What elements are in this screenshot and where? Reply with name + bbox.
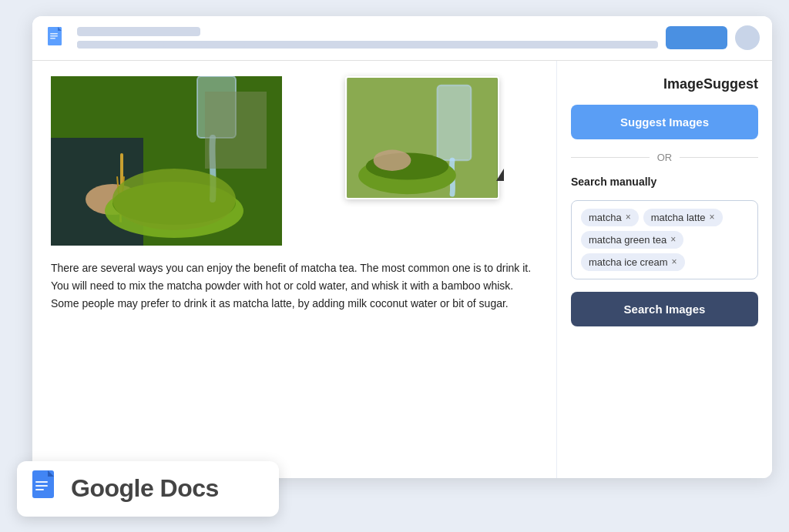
cursor-arrow bbox=[496, 169, 504, 181]
tab-placeholder-3 bbox=[163, 41, 202, 49]
svg-rect-17 bbox=[438, 85, 472, 160]
tab-placeholder-4 bbox=[206, 41, 245, 49]
svg-rect-4 bbox=[50, 38, 55, 39]
tag-matcha-remove[interactable]: × bbox=[626, 212, 631, 223]
tag-matcha[interactable]: matcha × bbox=[581, 209, 639, 226]
gdocs-toolbar-icon bbox=[45, 25, 69, 50]
toolbar bbox=[32, 16, 772, 61]
tag-matcha-ice-cream-remove[interactable]: × bbox=[672, 256, 677, 267]
google-docs-label: Google Docs bbox=[71, 474, 219, 503]
svg-rect-23 bbox=[35, 485, 48, 487]
matcha-image-svg bbox=[51, 76, 282, 246]
matcha-main-image bbox=[51, 76, 282, 246]
search-manually-label: Search manually bbox=[571, 176, 758, 188]
or-divider: OR bbox=[571, 152, 758, 163]
sidebar-title: ImageSuggest bbox=[571, 76, 758, 92]
svg-rect-9 bbox=[120, 153, 123, 215]
tag-matcha-green-tea[interactable]: matcha green tea × bbox=[581, 231, 683, 249]
google-docs-badge: Google Docs bbox=[17, 461, 279, 517]
toolbar-placeholders bbox=[77, 27, 658, 49]
svg-rect-3 bbox=[50, 35, 58, 37]
tabs-placeholder bbox=[77, 41, 658, 49]
tab-placeholder-2 bbox=[120, 41, 159, 49]
main-card: There are several ways you can enjoy the… bbox=[32, 16, 772, 478]
body-split: There are several ways you can enjoy the… bbox=[32, 61, 772, 478]
google-docs-regular: Google bbox=[71, 474, 160, 502]
user-avatar[interactable] bbox=[735, 25, 760, 50]
title-placeholder bbox=[77, 27, 200, 36]
sidebar: ImageSuggest Suggest Images OR Search ma… bbox=[556, 61, 772, 478]
svg-rect-2 bbox=[50, 33, 58, 35]
google-docs-bold: Docs bbox=[160, 474, 219, 502]
doc-area: There are several ways you can enjoy the… bbox=[32, 61, 556, 478]
matcha-secondary-image bbox=[345, 76, 499, 199]
tag-matcha-latte-remove[interactable]: × bbox=[709, 212, 714, 223]
svg-rect-22 bbox=[35, 481, 48, 483]
svg-rect-15 bbox=[205, 92, 267, 169]
svg-rect-24 bbox=[35, 489, 44, 490]
toolbar-action-btn[interactable] bbox=[666, 26, 727, 49]
search-images-button[interactable]: Search Images bbox=[571, 292, 758, 326]
suggest-images-button[interactable]: Suggest Images bbox=[571, 105, 758, 139]
google-docs-badge-icon bbox=[31, 470, 60, 507]
svg-point-12 bbox=[105, 184, 243, 238]
tag-matcha-latte[interactable]: matcha latte × bbox=[643, 209, 723, 226]
tag-matcha-green-tea-remove[interactable]: × bbox=[670, 234, 676, 245]
tags-container[interactable]: matcha × matcha latte × matcha green tea… bbox=[571, 200, 758, 279]
svg-point-20 bbox=[374, 149, 411, 170]
doc-images bbox=[51, 76, 538, 246]
tag-matcha-ice-cream[interactable]: matcha ice cream × bbox=[581, 253, 685, 271]
tab-placeholder-1 bbox=[77, 41, 116, 49]
doc-paragraph: There are several ways you can enjoy the… bbox=[51, 259, 538, 313]
svg-point-13 bbox=[112, 182, 236, 225]
matcha-secondary-svg bbox=[347, 78, 498, 198]
